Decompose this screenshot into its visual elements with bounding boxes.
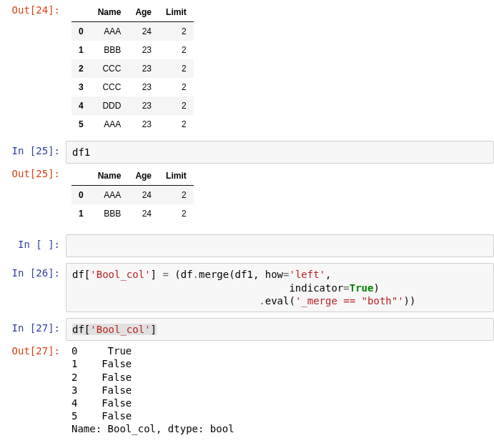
col-age: Age xyxy=(128,3,159,22)
prompt-in-27: In [27]: xyxy=(0,318,66,338)
output-24: Name Age Limit 0AAA242 1BBB232 2CCC232 3… xyxy=(66,0,494,141)
col-limit: Limit xyxy=(159,166,194,186)
cell-in-blank: In [ ]: ​ xyxy=(0,234,494,257)
prompt-out-27: Out[27]: xyxy=(0,341,66,361)
dataframe-25: Name Age Limit 0AAA242 1BBB242 xyxy=(71,166,194,223)
cell-out-24: Out[24]: Name Age Limit 0AAA242 1BBB232 … xyxy=(0,0,494,141)
code-input-blank[interactable]: ​ xyxy=(66,234,494,257)
code-input-26[interactable]: df['Bool_col'] = (df.merge(df1, how='lef… xyxy=(66,263,494,312)
code-input-25[interactable]: df1 xyxy=(66,141,494,164)
col-name: Name xyxy=(91,3,129,22)
table-row: 0AAA242 xyxy=(71,22,194,41)
code-input-27[interactable]: df['Bool_col'] xyxy=(66,318,494,341)
table-row: 1BBB232 xyxy=(71,41,194,59)
table-row: 3CCC232 xyxy=(71,78,194,96)
table-row: 1BBB242 xyxy=(71,204,194,223)
cell-in-25: In [25]: df1 xyxy=(0,141,494,164)
prompt-out-25: Out[25]: xyxy=(0,164,66,184)
cell-in-27: In [27]: df['Bool_col'] xyxy=(0,318,494,341)
cell-out-25: Out[25]: Name Age Limit 0AAA242 1BBB242 xyxy=(0,164,494,230)
table-row: 5AAA232 xyxy=(71,115,194,134)
cell-in-26: In [26]: df['Bool_col'] = (df.merge(df1,… xyxy=(0,263,494,312)
output-25: Name Age Limit 0AAA242 1BBB242 xyxy=(66,164,494,230)
cell-out-27: Out[27]: 0 True 1 False 2 False 3 False … xyxy=(0,341,494,439)
col-index xyxy=(71,3,91,22)
col-index xyxy=(71,166,91,186)
prompt-out-24: Out[24]: xyxy=(0,0,66,20)
table-row: 0AAA242 xyxy=(71,186,194,205)
col-age: Age xyxy=(128,166,159,186)
col-limit: Limit xyxy=(159,3,194,22)
prompt-in-25: In [25]: xyxy=(0,141,66,161)
output-27: 0 True 1 False 2 False 3 False 4 False 5… xyxy=(66,341,494,439)
dataframe-24: Name Age Limit 0AAA242 1BBB232 2CCC232 3… xyxy=(71,3,194,134)
table-row: 4DDD232 xyxy=(71,96,194,115)
prompt-in-26: In [26]: xyxy=(0,263,66,283)
col-name: Name xyxy=(91,166,129,186)
table-row: 2CCC232 xyxy=(71,59,194,78)
prompt-in-blank: In [ ]: xyxy=(0,234,66,254)
